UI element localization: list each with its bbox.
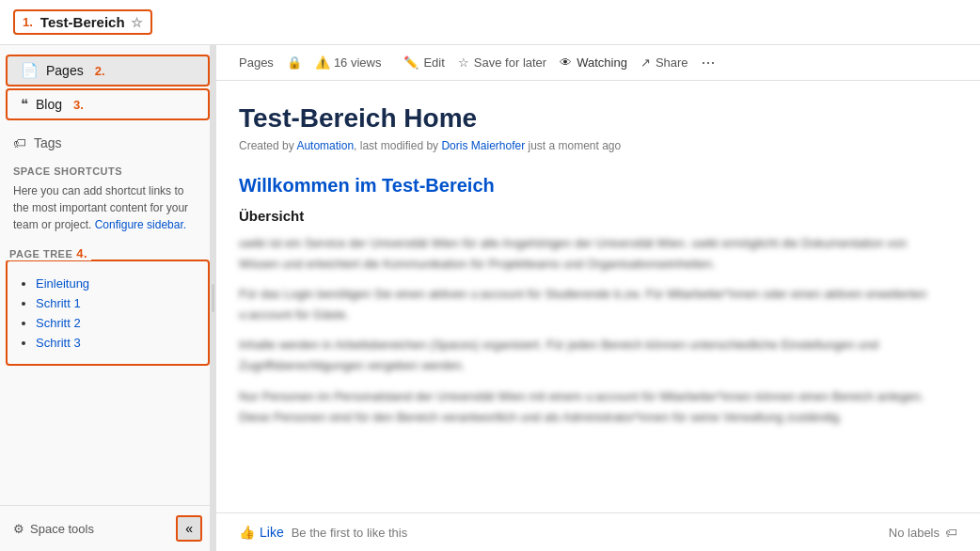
like-description: Be the first to like this <box>292 526 408 540</box>
page-tree-link[interactable]: Schritt 3 <box>36 336 81 350</box>
annotation-3: 3. <box>73 98 84 112</box>
sidebar-bottom: ⚙ Space tools « <box>0 505 215 551</box>
like-section: 👍 Like Be the first to like this <box>239 525 407 540</box>
no-labels-text: No labels <box>889 526 940 540</box>
tag-icon: 🏷 <box>945 526 957 540</box>
meta-author-link[interactable]: Automation <box>296 139 354 152</box>
blog-icon: ❝ <box>21 96 28 113</box>
page-title: Test-Bereich Home <box>239 103 942 134</box>
page-content: Test-Bereich Home Created by Automation,… <box>216 81 980 512</box>
resize-bar <box>212 284 214 312</box>
sidebar-item-pages[interactable]: 📄 Pages 2. <box>6 55 210 87</box>
page-tree-item: Schritt 3 <box>36 335 198 350</box>
views-badge: ⚠️ 16 views <box>315 55 382 70</box>
gear-icon: ⚙ <box>13 522 24 536</box>
configure-sidebar-link[interactable]: Configure sidebar. <box>95 218 186 231</box>
page-tree-inner: EinleitungSchritt 1Schritt 2Schritt 3 <box>6 260 210 366</box>
sidebar-item-tags[interactable]: 🏷 Tags <box>0 130 215 156</box>
like-label: Like <box>260 525 284 540</box>
para4: Nur Personen im Personalstand der Univer… <box>239 386 942 428</box>
share-button[interactable]: ↗ Share <box>640 55 688 70</box>
save-later-label: Save for later <box>474 55 546 70</box>
like-button[interactable]: 👍 Like <box>239 525 284 540</box>
space-tools-label: Space tools <box>30 522 94 536</box>
pencil-icon: ✏️ <box>403 55 419 70</box>
lock-icon: 🔒 <box>287 55 302 70</box>
watching-label: Watching <box>577 55 627 70</box>
page-tree-item: Schritt 2 <box>36 315 198 330</box>
para2: Für das Login benötigen Sie einen aktive… <box>239 284 942 325</box>
content-area: Pages 🔒 ⚠️ 16 views ✏️ Edit ☆ Save for l… <box>216 45 980 551</box>
tags-icon: 🏷 <box>13 135 26 150</box>
sidebar-item-blog[interactable]: ❝ Blog 3. <box>6 88 210 120</box>
space-title: Test-Bereich <box>40 14 125 30</box>
main-layout: 📄 Pages 2. ❝ Blog 3. 🏷 Tags SPACE SHORTC… <box>0 45 980 551</box>
views-count: 16 views <box>334 55 382 70</box>
labels-section: No labels 🏷 <box>889 526 957 540</box>
save-for-later-button[interactable]: ☆ Save for later <box>458 55 546 70</box>
watching-button[interactable]: 👁 Watching <box>560 55 627 70</box>
collapse-sidebar-button[interactable]: « <box>176 515 202 542</box>
page-tree-section: PAGE TREE 4. EinleitungSchritt 1Schritt … <box>6 260 210 366</box>
page-meta: Created by Automation, last modified by … <box>239 139 942 152</box>
sidebar-nav: 📄 Pages 2. ❝ Blog 3. <box>0 45 215 130</box>
eye-icon: 👁 <box>560 55 572 70</box>
top-nav: 1. Test-Bereich ☆ <box>0 0 980 45</box>
pages-icon: 📄 <box>21 62 39 79</box>
content-subheading: Übersicht <box>239 208 942 224</box>
space-tools-btn[interactable]: ⚙ Space tools <box>13 522 94 536</box>
share-label: Share <box>656 55 688 70</box>
shortcuts-title: SPACE SHORTCUTS <box>13 165 202 177</box>
breadcrumb-pages-label: Pages <box>239 55 274 70</box>
space-name[interactable]: 1. Test-Bereich ☆ <box>13 9 152 35</box>
breadcrumb-pages: Pages <box>239 55 274 70</box>
content-heading: Willkommen im Test-Bereich <box>239 175 942 197</box>
tags-label: Tags <box>34 135 62 150</box>
warning-icon: ⚠️ <box>315 55 330 70</box>
page-tree-item: Einleitung <box>36 276 198 291</box>
edit-button[interactable]: ✏️ Edit <box>403 55 444 70</box>
pages-label: Pages <box>46 63 84 78</box>
content-footer: 👍 Like Be the first to like this No labe… <box>216 512 980 551</box>
sidebar: 📄 Pages 2. ❝ Blog 3. 🏷 Tags SPACE SHORTC… <box>0 45 216 551</box>
page-tree-list: EinleitungSchritt 1Schritt 2Schritt 3 <box>21 276 198 350</box>
star-icon[interactable]: ☆ <box>131 15 143 30</box>
space-shortcuts-section: SPACE SHORTCUTS Here you can add shortcu… <box>0 156 215 243</box>
page-tree-link[interactable]: Schritt 2 <box>36 316 81 330</box>
share-icon: ↗ <box>640 55 651 70</box>
blog-label: Blog <box>36 97 62 112</box>
thumbsup-icon: 👍 <box>239 525 255 540</box>
page-tree-link[interactable]: Einleitung <box>36 276 89 291</box>
annotation-2: 2. <box>95 64 105 78</box>
star-icon-action: ☆ <box>458 55 469 70</box>
edit-label: Edit <box>423 55 444 70</box>
page-tree-label: PAGE TREE 4. <box>6 246 91 260</box>
annotation-1: 1. <box>23 15 33 29</box>
para3: Inhalte werden in Arbeitsbereichen (Spac… <box>239 335 942 376</box>
breadcrumb-actions: ✏️ Edit ☆ Save for later 👁 Watching ↗ Sh… <box>403 53 715 72</box>
sidebar-resize-handle[interactable] <box>210 45 215 551</box>
space-name-wrap: 1. Test-Bereich ☆ <box>13 9 152 35</box>
page-tree-link[interactable]: Schritt 1 <box>36 296 81 310</box>
page-tree-item: Schritt 1 <box>36 295 198 310</box>
annotation-4: 4. <box>76 246 87 260</box>
breadcrumb-bar: Pages 🔒 ⚠️ 16 views ✏️ Edit ☆ Save for l… <box>216 45 980 81</box>
more-options-button[interactable]: ··· <box>702 53 716 72</box>
meta-modifier-link[interactable]: Doris Maierhofer <box>441 139 525 152</box>
para1: uwiki ist ein Service der Universität Wi… <box>239 233 942 275</box>
shortcuts-text: Here you can add shortcut links to the m… <box>13 182 202 233</box>
